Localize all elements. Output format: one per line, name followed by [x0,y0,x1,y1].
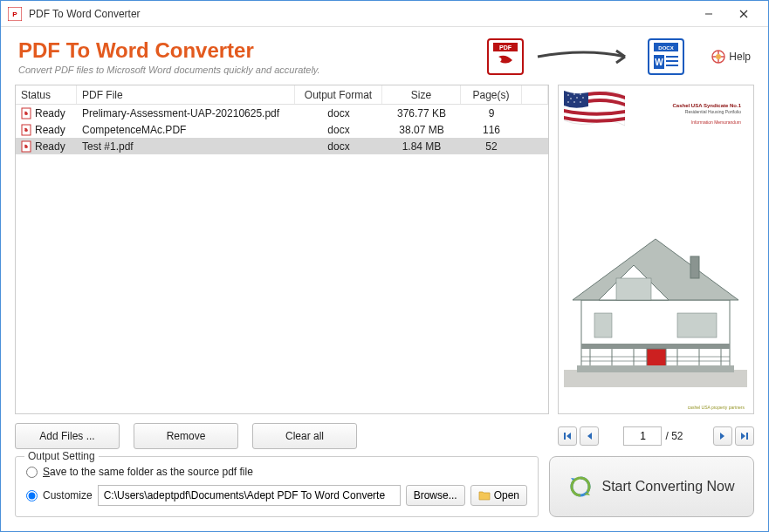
svg-rect-45 [690,256,699,278]
table-row[interactable]: ReadyPrelimary-Assessment-UAP-20210625.p… [16,105,548,121]
svg-text:PDF: PDF [499,44,512,51]
svg-text:W: W [656,58,664,67]
close-button[interactable] [726,1,761,27]
folder-icon [478,490,491,501]
pdf-icon: PDF [486,38,525,76]
help-icon [711,50,725,64]
preview-heading: Cashel USA Syndicate No.1 Residential Ho… [673,103,741,125]
table-header: Status PDF File Output Format Size Page(… [16,85,548,105]
minimize-button[interactable] [691,1,726,27]
house-illustration [564,230,747,387]
page-subtitle: Convert PDF files to Microsoft Word docu… [18,65,486,75]
header-graphic: PDF DOCXW [486,38,685,76]
file-name: Prelimary-Assessment-UAP-20210625.pdf [77,105,295,121]
arrow-icon [533,44,638,70]
svg-point-23 [580,93,581,95]
output-legend: Output Setting [24,450,99,462]
same-folder-radio-input[interactable] [26,467,38,478]
customize-radio[interactable]: Customize [26,489,93,501]
browse-button[interactable]: Browse... [406,485,465,506]
page-count: 9 [461,105,522,121]
customize-label: Customize [43,489,93,501]
start-converting-button[interactable]: Start Converting Now [549,456,754,517]
svg-text:P: P [12,10,17,18]
svg-rect-33 [581,344,730,349]
add-files-button[interactable]: Add Files ... [15,423,120,449]
svg-point-25 [576,97,578,99]
same-folder-radio[interactable]: Save to the same folder as the source pd… [26,466,527,478]
page-input[interactable] [623,426,662,446]
open-label: Open [494,489,519,501]
help-label: Help [729,51,751,63]
window-title: PDF To Word Converter [29,8,691,20]
pdf-file-icon [21,124,31,136]
output-format: docx [295,121,382,138]
start-label: Start Converting Now [601,479,734,494]
file-name: Test #1.pdf [77,138,295,154]
file-size: 38.07 MB [382,121,461,138]
page-total: / 52 [665,430,683,442]
first-page-button[interactable] [558,426,577,446]
next-page-button[interactable] [713,426,732,446]
svg-point-21 [567,94,569,96]
open-folder-button[interactable]: Open [470,485,527,506]
table-row[interactable]: ReadyTest #1.pdfdocx1.84 MB52 [16,138,548,154]
table-row[interactable]: ReadyCompetenceMAc.PDFdocx38.07 MB116 [16,121,548,138]
pager: / 52 [558,423,754,449]
help-button[interactable]: Help [711,50,751,64]
svg-point-29 [580,101,581,103]
preview-pane: Cashel USA Syndicate No.1 Residential Ho… [558,85,754,414]
file-size: 1.84 MB [382,138,461,154]
table-body: ReadyPrelimary-Assessment-UAP-20210625.p… [16,105,548,413]
page-title: PDF To Word Converter [18,38,486,63]
preview-footer: cashel USA property partners [567,405,745,410]
refresh-icon [568,474,593,499]
svg-rect-47 [564,433,566,440]
svg-rect-44 [677,313,717,338]
col-file[interactable]: PDF File [77,85,295,104]
page-count: 52 [461,138,522,154]
svg-rect-43 [594,313,612,338]
svg-point-26 [582,97,584,99]
col-pages[interactable]: Page(s) [461,85,522,104]
flag-icon [564,91,625,134]
header: PDF To Word Converter Convert PDF files … [1,27,768,85]
svg-point-22 [573,93,575,95]
page-count: 116 [461,121,522,138]
svg-rect-46 [577,365,734,372]
col-format[interactable]: Output Format [295,85,382,104]
file-name: CompetenceMAc.PDF [77,121,295,138]
output-format: docx [295,105,382,121]
svg-text:DOCX: DOCX [659,45,674,51]
svg-point-17 [716,54,721,59]
status-text: Ready [35,107,65,119]
svg-point-27 [567,101,569,103]
status-text: Ready [35,140,65,153]
file-size: 376.77 KB [382,105,461,121]
app-window: P PDF To Word Converter PDF To Word Conv… [0,0,769,532]
output-format: docx [295,138,382,154]
app-icon: P [8,7,22,21]
customize-radio-input[interactable] [26,490,38,501]
output-path-input[interactable] [98,485,401,506]
prev-page-button[interactable] [580,426,599,446]
svg-point-24 [570,98,572,99]
titlebar: P PDF To Word Converter [1,1,768,27]
remove-button[interactable]: Remove [134,423,238,449]
pdf-file-icon [21,140,31,153]
docx-icon: DOCXW [647,38,685,76]
col-size[interactable]: Size [382,85,461,104]
status-text: Ready [35,124,65,136]
output-setting-group: Output Setting Save to the same folder a… [15,456,539,517]
svg-point-28 [573,101,575,103]
file-table: Status PDF File Output Format Size Page(… [15,85,549,414]
clear-all-button[interactable]: Clear all [252,423,357,449]
svg-rect-48 [746,433,748,440]
svg-rect-32 [616,278,651,300]
last-page-button[interactable] [735,426,754,446]
col-status[interactable]: Status [16,85,77,104]
pdf-file-icon [21,107,31,119]
